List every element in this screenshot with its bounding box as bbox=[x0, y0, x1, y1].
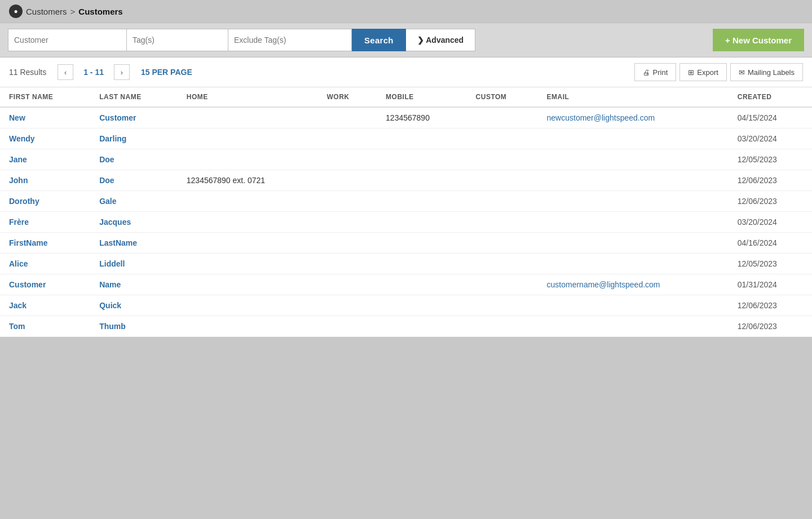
cell-home bbox=[178, 274, 318, 295]
prev-page-button[interactable]: ‹ bbox=[58, 64, 73, 80]
cell-mobile bbox=[377, 274, 467, 295]
search-button[interactable]: Search bbox=[352, 29, 406, 51]
table-row[interactable]: WendyDarling03/20/2024 bbox=[0, 128, 812, 149]
export-icon: ⊞ bbox=[688, 68, 694, 77]
cell-work bbox=[318, 233, 377, 254]
cell-last-name[interactable]: Liddell bbox=[90, 254, 178, 274]
cell-last-name[interactable]: Quick bbox=[90, 295, 178, 316]
cell-last-name[interactable]: Jacques bbox=[90, 212, 178, 233]
cell-last-name[interactable]: Doe bbox=[90, 170, 178, 191]
cell-first-name[interactable]: New bbox=[0, 107, 90, 128]
cell-first-name[interactable]: Wendy bbox=[0, 128, 90, 149]
cell-home bbox=[178, 212, 318, 233]
cell-work bbox=[318, 274, 377, 295]
advanced-button[interactable]: ❯ Advanced bbox=[406, 29, 475, 51]
cell-home bbox=[178, 316, 318, 337]
results-bar: 11 Results ‹ 1 - 11 › 15 PER PAGE 🖨 Prin… bbox=[0, 57, 812, 87]
cell-email bbox=[538, 295, 729, 316]
print-icon: 🖨 bbox=[643, 68, 650, 77]
table-row[interactable]: DorothyGale12/06/2023 bbox=[0, 191, 812, 212]
cell-mobile bbox=[377, 233, 467, 254]
customer-search-input[interactable] bbox=[8, 29, 126, 51]
table-row[interactable]: NewCustomer1234567890newcustomer@lightsp… bbox=[0, 107, 812, 128]
cell-created: 12/06/2023 bbox=[729, 295, 812, 316]
cell-work bbox=[318, 107, 377, 128]
cell-created: 12/06/2023 bbox=[729, 170, 812, 191]
cell-email bbox=[538, 254, 729, 274]
cell-last-name[interactable]: Doe bbox=[90, 149, 178, 170]
cell-custom bbox=[467, 316, 538, 337]
cell-email bbox=[538, 128, 729, 149]
cell-home bbox=[178, 107, 318, 128]
cell-work bbox=[318, 212, 377, 233]
cell-work bbox=[318, 170, 377, 191]
table-row[interactable]: JohnDoe1234567890 ext. 072112/06/2023 bbox=[0, 170, 812, 191]
cell-created: 04/15/2024 bbox=[729, 107, 812, 128]
breadcrumb-current: Customers bbox=[78, 7, 122, 16]
cell-home bbox=[178, 191, 318, 212]
cell-last-name[interactable]: Name bbox=[90, 274, 178, 295]
table-row[interactable]: CustomerNamecustomername@lightspeed.com0… bbox=[0, 274, 812, 295]
cell-home: 1234567890 ext. 0721 bbox=[178, 170, 318, 191]
cell-email bbox=[538, 170, 729, 191]
cell-last-name[interactable]: Customer bbox=[90, 107, 178, 128]
cell-custom bbox=[467, 274, 538, 295]
cell-email bbox=[538, 212, 729, 233]
cell-email bbox=[538, 149, 729, 170]
cell-work bbox=[318, 191, 377, 212]
cell-custom bbox=[467, 107, 538, 128]
cell-first-name[interactable]: Tom bbox=[0, 316, 90, 337]
cell-mobile bbox=[377, 295, 467, 316]
next-page-button[interactable]: › bbox=[114, 64, 130, 80]
cell-email bbox=[538, 316, 729, 337]
cell-last-name[interactable]: Gale bbox=[90, 191, 178, 212]
cell-custom bbox=[467, 128, 538, 149]
cell-first-name[interactable]: Dorothy bbox=[0, 191, 90, 212]
exclude-tags-input[interactable] bbox=[228, 29, 352, 51]
export-button[interactable]: ⊞ Export bbox=[679, 63, 727, 81]
cell-last-name[interactable]: Thumb bbox=[90, 316, 178, 337]
results-count: 11 Results bbox=[9, 68, 46, 77]
table-row[interactable]: TomThumb12/06/2023 bbox=[0, 316, 812, 337]
cell-created: 03/20/2024 bbox=[729, 128, 812, 149]
new-customer-button[interactable]: + New Customer bbox=[713, 29, 804, 51]
tags-search-input[interactable] bbox=[126, 29, 228, 51]
cell-first-name[interactable]: FirstName bbox=[0, 233, 90, 254]
col-work: WORK bbox=[318, 87, 377, 107]
cell-last-name[interactable]: Darling bbox=[90, 128, 178, 149]
table-row[interactable]: FirstNameLastName04/16/2024 bbox=[0, 233, 812, 254]
cell-created: 12/06/2023 bbox=[729, 191, 812, 212]
cell-mobile bbox=[377, 254, 467, 274]
cell-first-name[interactable]: Jane bbox=[0, 149, 90, 170]
cell-mobile bbox=[377, 149, 467, 170]
cell-custom bbox=[467, 254, 538, 274]
mailing-labels-button[interactable]: ✉ Mailing Labels bbox=[730, 63, 803, 81]
col-last-name: LAST NAME bbox=[90, 87, 178, 107]
col-email: EMAIL bbox=[538, 87, 729, 107]
cell-mobile bbox=[377, 212, 467, 233]
cell-home bbox=[178, 233, 318, 254]
cell-first-name[interactable]: John bbox=[0, 170, 90, 191]
per-page-selector[interactable]: 15 PER PAGE bbox=[141, 68, 192, 77]
cell-first-name[interactable]: Alice bbox=[0, 254, 90, 274]
cell-email bbox=[538, 233, 729, 254]
cell-last-name[interactable]: LastName bbox=[90, 233, 178, 254]
table-row[interactable]: JaneDoe12/05/2023 bbox=[0, 149, 812, 170]
table-row[interactable]: AliceLiddell12/05/2023 bbox=[0, 254, 812, 274]
breadcrumb-bar: ● Customers > Customers bbox=[0, 0, 812, 23]
cell-created: 12/06/2023 bbox=[729, 316, 812, 337]
cell-created: 12/05/2023 bbox=[729, 149, 812, 170]
mail-icon: ✉ bbox=[739, 68, 745, 77]
breadcrumb-parent[interactable]: Customers bbox=[26, 7, 67, 16]
cell-first-name[interactable]: Customer bbox=[0, 274, 90, 295]
table-row[interactable]: FrèreJacques03/20/2024 bbox=[0, 212, 812, 233]
customers-table-container: FIRST NAME LAST NAME HOME WORK MOBILE CU… bbox=[0, 87, 812, 337]
cell-custom bbox=[467, 212, 538, 233]
cell-created: 01/31/2024 bbox=[729, 274, 812, 295]
cell-email: newcustomer@lightspeed.com bbox=[538, 107, 729, 128]
col-created: CREATED bbox=[729, 87, 812, 107]
cell-first-name[interactable]: Frère bbox=[0, 212, 90, 233]
table-row[interactable]: JackQuick12/06/2023 bbox=[0, 295, 812, 316]
print-button[interactable]: 🖨 Print bbox=[634, 63, 677, 81]
cell-first-name[interactable]: Jack bbox=[0, 295, 90, 316]
